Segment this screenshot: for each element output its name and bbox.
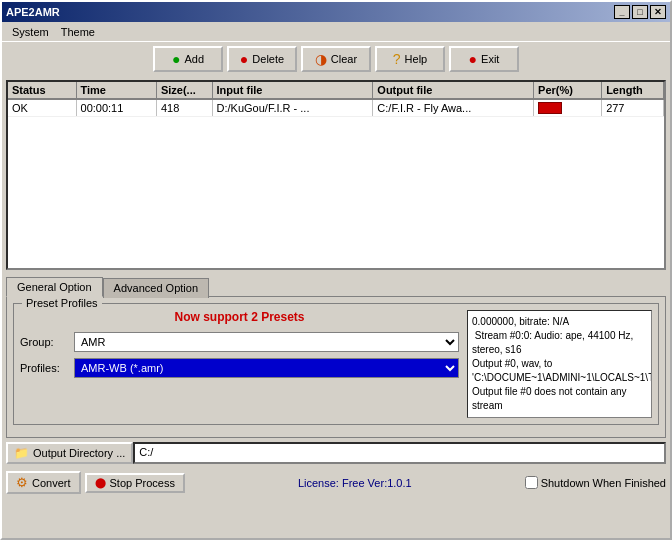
menu-bar: System Theme	[2, 22, 670, 42]
header-per: Per(%)	[534, 82, 602, 99]
header-time: Time	[76, 82, 156, 99]
group-row: Group: AMR	[20, 332, 459, 352]
cell-status: OK	[8, 99, 76, 117]
stop-button[interactable]: ⬤ Stop Process	[85, 473, 185, 493]
header-status: Status	[8, 82, 76, 99]
table-body: OK 00:00:11 418 D:/KuGou/F.I.R - ... C:/…	[8, 99, 664, 117]
file-table: Status Time Size(... Input file Output f…	[8, 82, 664, 117]
preset-profiles-group: Preset Profiles Now support 2 Presets Gr…	[13, 303, 659, 425]
shutdown-row: Shutdown When Finished	[525, 476, 666, 489]
cell-length: 277	[602, 99, 664, 117]
cell-per	[534, 99, 602, 117]
shutdown-checkbox[interactable]	[525, 476, 538, 489]
tab-advanced[interactable]: Advanced Option	[103, 278, 209, 298]
clear-icon: ◑	[315, 51, 327, 67]
now-support-text: Now support 2 Presets	[20, 310, 459, 324]
bottom-bar: ⚙ Convert ⬤ Stop Process License: Free V…	[2, 468, 670, 497]
presets-left: Now support 2 Presets Group: AMR Profile…	[20, 310, 459, 418]
header-size: Size(...	[156, 82, 212, 99]
folder-icon: 📁	[14, 446, 29, 460]
add-button[interactable]: ● Add	[153, 46, 223, 72]
header-input: Input file	[212, 82, 373, 99]
table-row[interactable]: OK 00:00:11 418 D:/KuGou/F.I.R - ... C:/…	[8, 99, 664, 117]
stop-icon: ⬤	[95, 477, 106, 488]
exit-label: Exit	[481, 53, 499, 65]
add-icon: ●	[172, 51, 180, 67]
license-text: License: Free Ver:1.0.1	[189, 477, 521, 489]
add-label: Add	[184, 53, 204, 65]
exit-button[interactable]: ● Exit	[449, 46, 519, 72]
file-list[interactable]: Status Time Size(... Input file Output f…	[6, 80, 666, 270]
menu-theme[interactable]: Theme	[55, 24, 101, 40]
cell-size: 418	[156, 99, 212, 117]
convert-label: Convert	[32, 477, 71, 489]
title-controls: _ □ ✕	[614, 5, 666, 19]
profiles-row: Profiles: AMR-WB (*.amr)	[20, 358, 459, 378]
tab-headers: General Option Advanced Option	[6, 276, 666, 296]
maximize-button[interactable]: □	[632, 5, 648, 19]
help-icon: ?	[393, 51, 401, 67]
menu-system[interactable]: System	[6, 24, 55, 40]
close-button[interactable]: ✕	[650, 5, 666, 19]
presets-inner: Now support 2 Presets Group: AMR Profile…	[20, 310, 652, 418]
shutdown-label: Shutdown When Finished	[541, 477, 666, 489]
clear-button[interactable]: ◑ Clear	[301, 46, 371, 72]
stop-label: Stop Process	[110, 477, 175, 489]
delete-icon: ●	[240, 51, 248, 67]
cell-output: C:/F.I.R - Fly Awa...	[373, 99, 534, 117]
tabs-container: General Option Advanced Option Preset Pr…	[6, 276, 666, 438]
presets-info: 0.000000, bitrate: N/A Stream #0:0: Audi…	[467, 310, 652, 418]
profiles-select[interactable]: AMR-WB (*.amr)	[74, 358, 459, 378]
help-button[interactable]: ? Help	[375, 46, 445, 72]
output-directory-row: 📁 Output Directory ... C:/	[6, 442, 666, 464]
delete-button[interactable]: ● Delete	[227, 46, 297, 72]
main-window: APE2AMR _ □ ✕ System Theme ● Add ● Delet…	[0, 0, 672, 540]
window-title: APE2AMR	[6, 6, 60, 18]
title-bar: APE2AMR _ □ ✕	[2, 2, 670, 22]
progress-cell	[538, 102, 597, 114]
header-output: Output file	[373, 82, 534, 99]
exit-icon: ●	[469, 51, 477, 67]
cell-time: 00:00:11	[76, 99, 156, 117]
output-directory-label: Output Directory ...	[33, 447, 125, 459]
group-title: Preset Profiles	[22, 297, 102, 309]
profiles-label: Profiles:	[20, 362, 70, 374]
toolbar: ● Add ● Delete ◑ Clear ? Help ● Exit	[2, 42, 670, 76]
convert-icon: ⚙	[16, 475, 28, 490]
output-directory-button[interactable]: 📁 Output Directory ...	[6, 442, 133, 464]
tab-general[interactable]: General Option	[6, 277, 103, 297]
header-length: Length	[602, 82, 664, 99]
delete-label: Delete	[252, 53, 284, 65]
group-label: Group:	[20, 336, 70, 348]
tab-content-general: Preset Profiles Now support 2 Presets Gr…	[6, 296, 666, 438]
progress-box	[538, 102, 562, 114]
group-select[interactable]: AMR	[74, 332, 459, 352]
help-label: Help	[405, 53, 428, 65]
cell-input: D:/KuGou/F.I.R - ...	[212, 99, 373, 117]
convert-button[interactable]: ⚙ Convert	[6, 471, 81, 494]
output-directory-value[interactable]: C:/	[133, 442, 666, 464]
window-body: System Theme ● Add ● Delete ◑ Clear ? He…	[2, 22, 670, 538]
table-header-row: Status Time Size(... Input file Output f…	[8, 82, 664, 99]
minimize-button[interactable]: _	[614, 5, 630, 19]
clear-label: Clear	[331, 53, 357, 65]
